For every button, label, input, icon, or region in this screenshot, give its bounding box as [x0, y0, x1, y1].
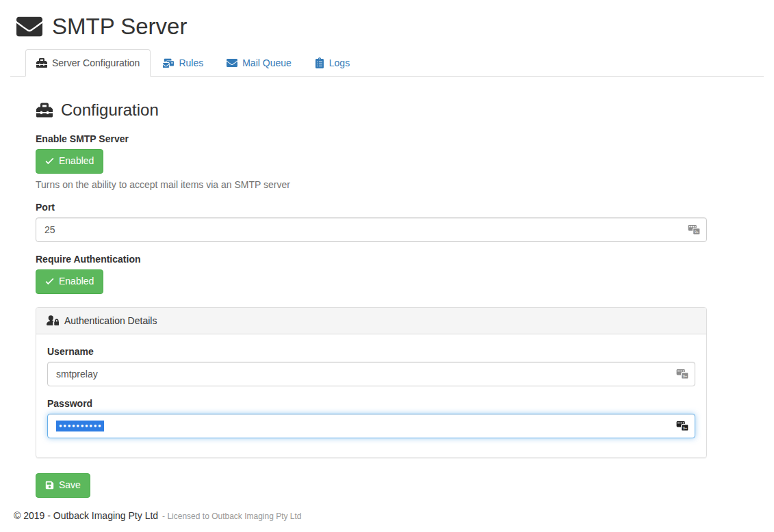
footer-license: - Licensed to Outback Imaging Pty Ltd	[162, 511, 301, 521]
svg-text:9+: 9+	[695, 230, 699, 234]
configuration-heading: Configuration	[36, 101, 764, 120]
tab-label: Rules	[179, 57, 203, 68]
enable-smtp-label: Enable SMTP Server	[36, 133, 707, 144]
footer-copyright: © 2019 - Outback Imaging Pty Ltd	[14, 510, 158, 521]
enable-smtp-toggle-label: Enabled	[59, 155, 94, 168]
envelope-icon	[227, 57, 237, 68]
password-label: Password	[47, 398, 695, 409]
check-icon	[45, 157, 54, 165]
check-icon	[45, 277, 54, 286]
require-auth-label: Require Authentication	[36, 254, 707, 265]
toolbox-icon	[36, 102, 53, 118]
username-input-wrap: 9+	[47, 362, 695, 386]
password-selected-text: ●●●●●●●●●●	[56, 421, 104, 431]
mail-bulk-icon	[163, 57, 174, 68]
require-auth-group: Require Authentication Enabled	[36, 254, 707, 294]
main-container: SMTP Server Server Configuration Rules	[0, 14, 774, 532]
page-header: SMTP Server	[10, 14, 764, 40]
tab-rules[interactable]: Rules	[152, 49, 214, 77]
enable-smtp-toggle-button[interactable]: Enabled	[36, 149, 103, 174]
clipboard-list-icon	[315, 57, 324, 68]
username-label: Username	[47, 346, 695, 357]
password-group: Password ●●●●●●●●●● 9+	[47, 398, 695, 438]
keyboard-icon[interactable]: 9+	[676, 369, 689, 379]
svg-text:9+: 9+	[683, 374, 687, 378]
port-input[interactable]	[36, 217, 707, 242]
auth-details-panel-heading: Authentication Details	[36, 308, 706, 334]
keyboard-icon[interactable]: 9+	[676, 421, 689, 431]
tab-bar: Server Configuration Rules Mail Queue	[10, 49, 764, 77]
save-button-label: Save	[59, 479, 81, 492]
save-icon	[45, 481, 54, 490]
port-input-wrap: 9+	[36, 217, 707, 242]
enable-smtp-help-text: Turns on the ability to accept mail item…	[36, 179, 707, 190]
auth-details-panel: Authentication Details Username 9+ P	[36, 307, 707, 458]
tab-server-configuration[interactable]: Server Configuration	[25, 49, 151, 77]
save-row: Save	[36, 473, 707, 498]
save-button[interactable]: Save	[36, 473, 90, 498]
tab-pane-server-configuration: Configuration Enable SMTP Server Enabled…	[10, 77, 764, 498]
configuration-heading-label: Configuration	[61, 101, 159, 120]
tab-mail-queue[interactable]: Mail Queue	[216, 49, 302, 77]
tab-label: Server Configuration	[52, 57, 140, 68]
require-auth-toggle-button[interactable]: Enabled	[36, 269, 103, 294]
tab-label: Logs	[329, 57, 350, 68]
user-lock-icon	[47, 315, 59, 325]
envelope-icon	[15, 14, 44, 40]
port-label: Port	[36, 202, 707, 213]
username-group: Username 9+	[47, 346, 695, 386]
configuration-form: Enable SMTP Server Enabled Turns on the …	[36, 133, 707, 498]
svg-text:9+: 9+	[683, 426, 687, 430]
footer: © 2019 - Outback Imaging Pty Ltd - Licen…	[10, 510, 764, 532]
require-auth-toggle-label: Enabled	[59, 275, 94, 289]
page-title: SMTP Server	[52, 14, 187, 39]
port-group: Port 9+	[36, 202, 707, 242]
toolbox-icon	[36, 57, 47, 68]
tab-label: Mail Queue	[242, 57, 292, 68]
auth-details-panel-body: Username 9+ Password ●●●●●●●●●●	[36, 334, 706, 457]
password-input[interactable]: ●●●●●●●●●●	[47, 414, 695, 438]
auth-details-panel-title: Authentication Details	[64, 315, 157, 326]
password-input-wrap: ●●●●●●●●●● 9+	[47, 414, 695, 438]
username-input[interactable]	[47, 362, 695, 386]
enable-smtp-group: Enable SMTP Server Enabled Turns on the …	[36, 133, 707, 190]
tab-logs[interactable]: Logs	[304, 49, 361, 77]
keyboard-icon[interactable]: 9+	[688, 224, 701, 235]
